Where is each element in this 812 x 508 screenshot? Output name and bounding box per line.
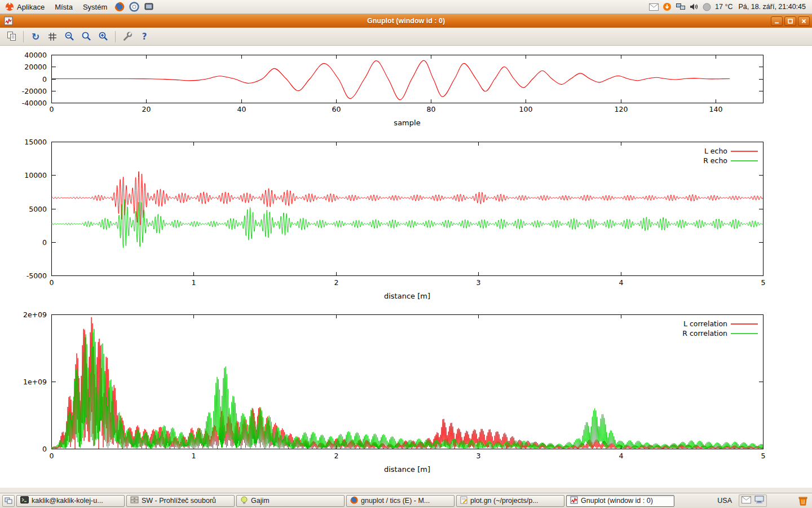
x-tick-label: 1 <box>192 452 196 460</box>
replot-button[interactable]: ↻ <box>28 29 43 44</box>
x-axis-label: distance [m] <box>384 292 430 300</box>
x-axis-label: distance [m] <box>384 465 430 474</box>
task-gajim[interactable]: Gajim <box>236 495 345 507</box>
menu-label-places: Místa <box>55 3 73 11</box>
y-tick-label: 0 <box>42 445 47 453</box>
configure-button[interactable] <box>120 29 135 44</box>
grid-button[interactable] <box>45 29 60 44</box>
series-L-correlation <box>51 317 763 449</box>
window-list-button[interactable] <box>2 495 15 507</box>
system-menu[interactable]: Systém <box>78 0 112 14</box>
x-tick-label: 60 <box>332 105 341 113</box>
x-tick-label: 0 <box>50 105 54 113</box>
correlation-chart: 01234501e+092e+09distance [m]L correlati… <box>0 308 812 478</box>
series-L-echo <box>51 172 763 225</box>
x-tick-label: 0 <box>50 452 54 460</box>
copy-button[interactable] <box>3 29 19 44</box>
x-tick-label: 80 <box>427 105 436 113</box>
task-label: Gnuplot (window id : 0) <box>581 497 653 505</box>
network-icon[interactable] <box>676 3 686 11</box>
help-button[interactable]: ? <box>136 29 152 44</box>
y-tick-label: 1e+09 <box>23 378 47 386</box>
taskbar-tray: USA <box>715 494 810 507</box>
desktop: Aplikace Místa Systém <box>0 0 812 508</box>
display-icon[interactable] <box>754 496 764 506</box>
x-tick-label: 5 <box>761 452 766 460</box>
file-manager-icon <box>130 496 139 505</box>
task-label: SW - Prohlížeč souborů <box>142 497 216 505</box>
firefox-icon[interactable] <box>112 0 127 14</box>
zoom-button[interactable] <box>78 29 94 44</box>
y-tick-label: 20000 <box>24 63 47 71</box>
minimize-button[interactable] <box>771 16 783 26</box>
window-buttons <box>771 16 810 26</box>
waveform-chart: 020406080100120140-40000-200000200004000… <box>0 48 812 134</box>
x-tick-label: 0 <box>50 278 54 287</box>
text-editor-icon <box>460 496 467 506</box>
toolbar-separator <box>23 31 24 42</box>
x-tick-label: 2 <box>334 278 339 287</box>
legend-label: L correlation <box>683 319 727 328</box>
x-tick-label: 4 <box>619 278 624 287</box>
y-tick-label: 15000 <box>24 138 47 146</box>
window-titlebar[interactable]: Gnuplot (window id : 0) <box>0 14 812 28</box>
y-tick-label: 2e+09 <box>23 310 47 319</box>
places-menu[interactable]: Místa <box>50 0 78 14</box>
task-terminal[interactable]: kaklik@kaklik-kolej-u... <box>16 495 125 507</box>
top-panel: Aplikace Místa Systém <box>0 0 812 14</box>
zoom-out-button[interactable] <box>61 29 77 44</box>
plot-surface: 020406080100120140-40000-200000200004000… <box>0 46 812 488</box>
maximize-button[interactable] <box>784 16 796 26</box>
update-icon[interactable] <box>663 2 672 11</box>
task-editor[interactable]: plot.gn (~/projects/p... <box>456 495 564 507</box>
task-label: Gajim <box>251 497 270 505</box>
series-signal <box>51 60 730 100</box>
x-tick-label: 3 <box>476 452 481 460</box>
series-R-echo <box>51 199 763 248</box>
firefox-icon <box>350 496 358 506</box>
x-tick-label: 120 <box>615 105 628 113</box>
mail-icon[interactable] <box>742 496 751 506</box>
x-tick-label: 140 <box>709 105 723 113</box>
echo-chart: 012345-5000050001000015000distance [m]L … <box>0 135 812 305</box>
x-tick-label: 1 <box>192 278 196 287</box>
task-label: gnuplot / tics (E) - M... <box>361 497 430 505</box>
task-gnuplot[interactable]: Gnuplot (window id : 0) <box>566 495 674 507</box>
task-file-browser[interactable]: SW - Prohlížeč souborů <box>126 495 235 507</box>
weather-icon[interactable] <box>703 3 711 11</box>
plot-border <box>52 142 764 276</box>
help-icon[interactable] <box>127 0 142 14</box>
x-tick-label: 5 <box>761 278 766 287</box>
volume-icon[interactable] <box>690 3 699 11</box>
close-button[interactable] <box>798 16 810 26</box>
tray-box <box>739 494 767 507</box>
ubuntu-logo-icon <box>5 2 14 11</box>
window-title: Gnuplot (window id : 0) <box>0 17 812 25</box>
taskbar: kaklik@kaklik-kolej-u... SW - Prohlížeč … <box>0 493 812 508</box>
task-label: kaklik@kaklik-kolej-u... <box>32 497 103 505</box>
x-tick-label: 3 <box>476 278 481 287</box>
y-tick-label: 0 <box>42 238 47 247</box>
x-axis-label: sample <box>394 119 420 127</box>
toolbar: ↻ ? <box>0 28 812 46</box>
screenshot-icon[interactable] <box>142 0 156 14</box>
menu-label-system: Systém <box>83 3 107 11</box>
applications-menu[interactable]: Aplikace <box>0 0 50 14</box>
x-tick-label: 2 <box>334 452 339 460</box>
y-tick-label: 0 <box>42 75 47 84</box>
desktop-strip <box>0 488 812 493</box>
keyboard-layout-indicator[interactable]: USA <box>715 496 734 505</box>
trash-icon[interactable] <box>797 495 809 506</box>
legend-label: L echo <box>704 147 727 155</box>
legend-label: R correlation <box>682 329 727 338</box>
y-tick-label: -40000 <box>22 99 47 107</box>
task-firefox[interactable]: gnuplot / tics (E) - M... <box>346 495 454 507</box>
zoom-in-button[interactable] <box>95 29 111 44</box>
clock[interactable]: Pá, 18. září, 21:40:45 <box>736 3 807 11</box>
panel-menus: Aplikace Místa Systém <box>0 0 156 14</box>
x-tick-label: 40 <box>237 105 246 113</box>
menu-label-applications: Aplikace <box>17 3 45 11</box>
gajim-icon <box>240 496 248 506</box>
toolbar-separator <box>115 31 116 42</box>
mail-icon[interactable] <box>649 3 659 11</box>
